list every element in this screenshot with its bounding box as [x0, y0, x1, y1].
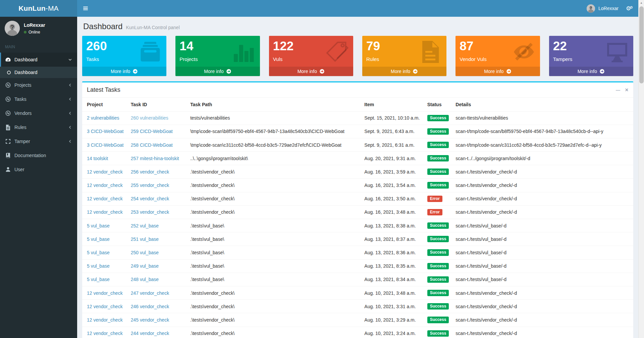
tasks-table-body: 2 vulnerabilities 260 vulnerabilities te… [82, 111, 633, 338]
task-id-link[interactable]: 249 vul_base [131, 263, 159, 269]
brand-logo[interactable]: KunLun-MA [0, 0, 77, 17]
more-info-button[interactable]: More info [175, 67, 260, 76]
item-cell: Aug. 10, 2021, 3:29 a.m. [361, 313, 424, 327]
task-id-link[interactable]: 250 vul_base [131, 250, 159, 255]
tasks-table-header-row: ProjectTask IDTask PathItemStatusDetails [82, 98, 633, 112]
sidebar-item-rules[interactable]: Rules [0, 120, 77, 134]
task-id-link[interactable]: 252 vul_base [131, 223, 159, 228]
sidebar-item-user[interactable]: User [0, 162, 77, 177]
avatar[interactable]: ? [5, 21, 20, 36]
details-cell: scan-t./tests/vul_base/-d [452, 273, 633, 286]
user-name: LoRexxar [598, 6, 619, 11]
sidebar-item-dashboard[interactable]: Dashboard [0, 53, 77, 67]
task-path-cell: .\tests\vul_base\ [187, 232, 361, 246]
gears-icon[interactable]: ⚙⚙ [626, 6, 633, 11]
task-id-link[interactable]: 260 vulnerabilities [131, 115, 168, 121]
hamburger-icon [83, 5, 89, 11]
project-link[interactable]: 12 vendor_check [87, 290, 123, 296]
project-link[interactable]: 5 vul_base [87, 236, 110, 242]
user-menu[interactable]: ? LoRexxar [587, 4, 619, 13]
task-id-link[interactable]: 253 vendor_check [131, 209, 169, 215]
item-cell: Sept. 9, 2021, 6:31 a.m. [361, 138, 424, 151]
sidebar-item-tamper[interactable]: Tamper [0, 134, 77, 148]
table-row: 12 vendor_check 254 vendor_check .\tests… [82, 192, 633, 205]
task-id-link[interactable]: 248 vul_base [131, 277, 159, 282]
column-header-details: Details [452, 98, 633, 112]
item-cell: Aug. 16, 2021, 3:54 a.m. [361, 179, 424, 192]
table-row: 12 vendor_check 247 vendor_check .\tests… [82, 286, 633, 299]
circle-o-icon [7, 70, 11, 75]
project-link[interactable]: 5 vul_base [87, 223, 110, 228]
item-cell: Aug. 20, 2021, 9:31 a.m. [361, 152, 424, 165]
stat-value: 79 [366, 39, 443, 54]
project-link[interactable]: 12 vendor_check [87, 304, 123, 309]
status-badge: Success [427, 236, 449, 242]
task-id-link[interactable]: 256 vendor_check [131, 169, 169, 175]
project-link[interactable]: 5 vul_base [87, 263, 110, 269]
project-link[interactable]: 12 vendor_check [87, 183, 123, 188]
more-info-button[interactable]: More info [549, 67, 633, 76]
content-header: Dashboard KunLun-MA Control panel [77, 17, 638, 31]
task-id-link[interactable]: 258 CICD-WebGoat [131, 142, 173, 148]
online-dot-icon [24, 31, 26, 33]
sidebar-item-projects[interactable]: Projects [0, 78, 77, 92]
project-link[interactable]: 12 vendor_check [87, 209, 123, 215]
task-id-link[interactable]: 245 vendor_check [131, 317, 169, 323]
more-info-button[interactable]: More info [362, 67, 446, 76]
project-link[interactable]: 5 vul_base [87, 277, 110, 282]
details-cell: scan-t/tmp/code-scan/c311cc62-bf58-4ccd-… [452, 138, 633, 151]
sidebar-subitem-dashboard[interactable]: Dashboard [0, 67, 77, 78]
stat-label: Vuls [273, 56, 350, 62]
stat-value: 22 [553, 39, 630, 54]
item-cell: Aug. 13, 2021, 8:37 a.m. [361, 232, 424, 246]
close-icon[interactable]: ✕ [625, 87, 629, 92]
scrollbar[interactable]: ▲ [638, 0, 644, 338]
stat-box-tampers: 22 Tampers More info [549, 36, 633, 76]
project-link[interactable]: 2 vulnerabilities [87, 115, 119, 121]
task-id-link[interactable]: 257 mitest-hina-toolskit [131, 156, 179, 161]
stat-box-projects: 14 Projects More info [175, 36, 260, 76]
task-path-cell: \tmp\code-scan\b8f59750-ebf4-4567-94b7-1… [187, 125, 361, 138]
sidebar-item-tasks[interactable]: Tasks [0, 92, 77, 106]
task-path-cell: .\tests\vendor_check\ [187, 313, 361, 327]
stat-box-vendor-vuls: 87 Vendor Vuls More info [455, 36, 540, 76]
latest-tasks-header: Latest Tasks — ✕ [82, 82, 633, 98]
project-link[interactable]: 3 CICD-WebGoat [87, 129, 123, 134]
task-path-cell: \tmp\code-scan\c311cc62-bf58-4ccd-b3c5-7… [187, 138, 361, 151]
table-row: 12 vendor_check 255 vendor_check .\tests… [82, 179, 633, 192]
task-id-link[interactable]: 244 vendor_check [131, 331, 169, 336]
scroll-up-icon[interactable]: ▲ [639, 0, 644, 6]
more-info-button[interactable]: More info [455, 67, 540, 76]
pulse-circle-icon [5, 110, 11, 116]
status-badge: Success [427, 128, 449, 135]
collapse-icon[interactable]: — [616, 87, 620, 92]
task-id-link[interactable]: 254 vendor_check [131, 196, 169, 201]
project-link[interactable]: 12 vendor_check [87, 317, 123, 323]
project-link[interactable]: 12 vendor_check [87, 331, 123, 336]
arrow-circle-right-icon [506, 69, 512, 74]
column-header-task-path: Task Path [187, 98, 361, 112]
task-id-link[interactable]: 259 CICD-WebGoat [131, 129, 173, 134]
task-id-link[interactable]: 247 vendor_check [131, 290, 169, 296]
status-badge: Success [427, 155, 449, 161]
table-row: 3 CICD-WebGoat 259 CICD-WebGoat \tmp\cod… [82, 125, 633, 138]
sidebar-item-vendors[interactable]: Vendors [0, 106, 77, 120]
status-badge: Error [427, 196, 442, 202]
task-id-link[interactable]: 251 vul_base [131, 236, 159, 242]
status-badge: Success [427, 317, 449, 323]
sidebar-user-status[interactable]: Online [24, 30, 45, 35]
sidebar-item-documentation[interactable]: Documentation [0, 148, 77, 162]
sidebar-toggle-button[interactable] [77, 0, 94, 17]
project-link[interactable]: 12 vendor_check [87, 169, 123, 175]
more-info-button[interactable]: More info [269, 67, 353, 76]
task-id-link[interactable]: 246 vendor_check [131, 304, 169, 309]
project-link[interactable]: 3 CICD-WebGoat [87, 142, 123, 148]
project-link[interactable]: 5 vul_base [87, 250, 110, 255]
more-info-button[interactable]: More info [82, 67, 166, 76]
project-link[interactable]: 14 toolskit [87, 156, 108, 161]
scrollbar-thumb[interactable] [639, 6, 644, 83]
task-id-link[interactable]: 255 vendor_check [131, 183, 169, 188]
project-link[interactable]: 12 vendor_check [87, 196, 123, 201]
navbar-right: ? LoRexxar ⚙⚙ [587, 0, 638, 17]
page-title: Dashboard [83, 22, 122, 31]
